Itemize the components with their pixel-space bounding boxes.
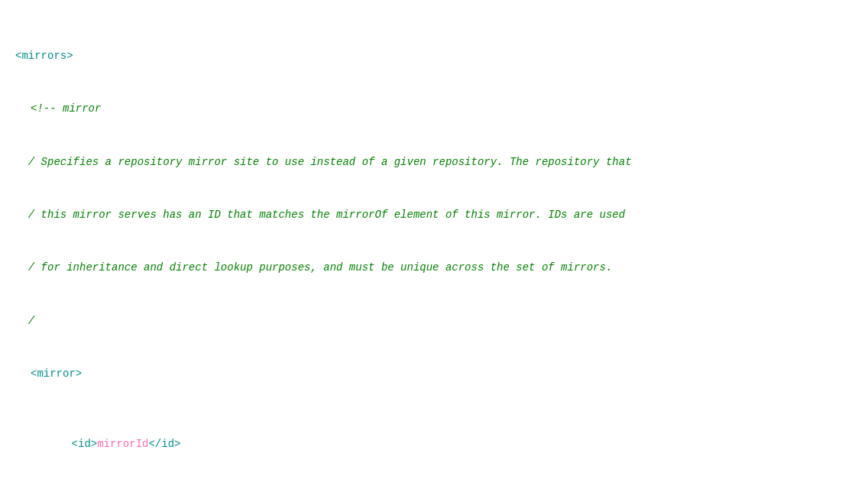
code-display: <mirrors> <!-- mirror / Specifies a repo…: [15, 12, 853, 489]
comment-slash: /: [15, 313, 853, 330]
comment-start: <!-- mirror: [15, 100, 853, 118]
comment-line2: / this mirror serves has an ID that matc…: [15, 206, 853, 224]
mirrors-open-tag: <mirrors>: [15, 47, 853, 65]
comment-line3: / for inheritance and direct lookup purp…: [15, 259, 853, 277]
id-comment-tag: <id>mirrorId</id>: [15, 418, 853, 471]
comment-line1: / Specifies a repository mirror site to …: [15, 154, 853, 171]
mirror-open-comment-tag: <mirror>: [15, 365, 853, 383]
